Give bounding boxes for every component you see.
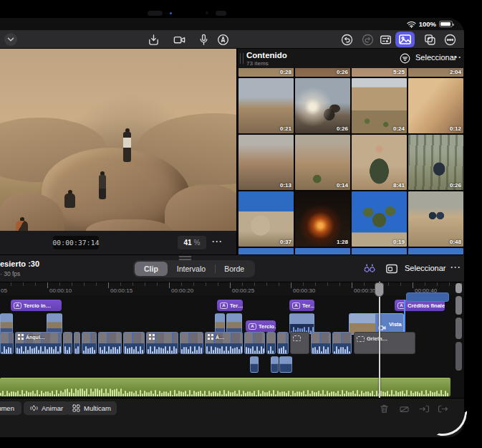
scrollbar-thumb[interactable] [456, 318, 462, 339]
media-thumbnail[interactable]: 0:26 [408, 135, 463, 190]
panel-drag-handle[interactable] [240, 53, 244, 64]
mic-button[interactable] [196, 32, 211, 47]
media-thumbnail[interactable] [238, 248, 294, 254]
disabled-clip[interactable] [290, 332, 309, 354]
pip-icon[interactable] [385, 262, 399, 276]
razor-icon[interactable] [398, 403, 410, 415]
storyline-clip[interactable] [277, 332, 289, 354]
storyline-clip[interactable]: Á… [205, 332, 243, 354]
storyline-clip[interactable] [63, 332, 72, 354]
connected-clip[interactable] [226, 313, 242, 334]
camera-button[interactable] [172, 32, 186, 47]
playhead-handle[interactable] [375, 282, 384, 297]
media-thumbnail[interactable]: 8:41 [352, 135, 407, 190]
media-thumbnail[interactable]: 0:28 [238, 68, 294, 77]
browser-select-button[interactable]: Seleccionar [415, 53, 456, 62]
connected-clip[interactable] [289, 313, 314, 334]
storyline-clip[interactable] [123, 332, 145, 354]
storyline-clip[interactable] [332, 332, 352, 354]
storyline-clip[interactable] [98, 332, 122, 354]
connected-clip-below[interactable] [279, 356, 292, 373]
media-thumbnail[interactable]: 5:25 [352, 68, 407, 77]
zoom-control[interactable]: 41 % [178, 236, 206, 249]
zoom-value: 41 [183, 239, 191, 247]
title-clip[interactable]: ATercio in… [11, 300, 62, 311]
button-animar[interactable]: Animar [24, 401, 69, 415]
redo-button[interactable] [360, 32, 375, 47]
media-thumbnail[interactable] [408, 248, 463, 254]
media-thumbnail[interactable]: 2:04 [408, 68, 463, 77]
connected-clip-below[interactable] [271, 356, 279, 373]
segment-intervalo[interactable]: Intervalo [168, 262, 215, 276]
more-button[interactable] [443, 32, 457, 47]
storyline-clip[interactable] [266, 332, 276, 354]
connect-icon[interactable] [362, 262, 377, 276]
media-thumbnail[interactable] [352, 248, 407, 254]
timeline-more-button[interactable]: ··· [450, 262, 461, 272]
timeline-select-button[interactable]: Seleccionar [405, 264, 445, 272]
ruler-tick [120, 282, 121, 286]
title-clip[interactable]: ATer… [289, 300, 314, 311]
media-thumbnail[interactable]: 0:14 [295, 135, 350, 190]
connected-clip[interactable] [47, 313, 62, 334]
music-clip[interactable] [0, 378, 450, 396]
overlay-clip[interactable] [406, 292, 449, 302]
filter-icon[interactable] [399, 52, 411, 65]
button-lumen[interactable]: lumen [0, 401, 21, 415]
multicam-badge-icon [149, 334, 155, 340]
media-thumbnail[interactable]: 0:26 [295, 68, 350, 77]
media-thumbnail[interactable]: 0:37 [238, 191, 294, 247]
connected-clip[interactable] [0, 313, 13, 334]
segment-borde[interactable]: Borde [215, 262, 254, 276]
timeline-ruler[interactable]: 0500:00:1000:00:1500:00:2000:00:2500:00:… [0, 282, 464, 295]
media-thumbnail[interactable]: 0:21 [238, 78, 294, 133]
storyline-clip[interactable] [74, 332, 80, 354]
disabled-clip[interactable]: Grieta… [354, 332, 415, 354]
chevron-down-button[interactable] [4, 33, 17, 46]
media-browser-button[interactable] [395, 32, 415, 47]
scrollbar-thumb[interactable] [456, 283, 462, 293]
music-waveform [0, 388, 450, 396]
zoom-unit: % [194, 239, 201, 247]
storyline-clip[interactable] [180, 332, 203, 354]
media-thumbnail[interactable]: 0:19 [352, 191, 407, 247]
multicam-icon [72, 404, 81, 413]
media-thumbnail[interactable]: 0:12 [408, 78, 463, 133]
button-multicam[interactable]: Multicam [66, 401, 117, 415]
import-button[interactable] [146, 32, 160, 47]
scrollbar-thumb[interactable] [456, 342, 462, 371]
timecode-display[interactable]: 00:00:37:14 [53, 236, 99, 249]
media-thumbnail[interactable]: 1:28 [295, 191, 350, 247]
video-preview[interactable] [0, 49, 236, 231]
media-thumbnail[interactable]: 0:48 [408, 191, 463, 247]
camera-indicator-dot [170, 12, 172, 14]
storyline-clip[interactable] [0, 332, 14, 354]
storyline-clip[interactable] [244, 332, 265, 354]
media-thumbnail[interactable]: 0:26 [295, 78, 350, 133]
title-clip[interactable]: ATercio… [246, 320, 276, 332]
viewer-more-button[interactable]: ··· [212, 237, 223, 247]
segment-clip[interactable]: Clip [135, 262, 168, 276]
effects-button[interactable] [423, 32, 437, 47]
storyline-clip[interactable] [146, 332, 178, 354]
connected-clip-below[interactable] [250, 356, 259, 373]
undo-button[interactable] [339, 32, 354, 47]
insert-icon[interactable] [418, 403, 430, 415]
ruler-tick [364, 282, 365, 286]
browser-item-count: 73 ítems [246, 60, 269, 67]
media-thumbnail[interactable]: 0:24 [352, 78, 407, 133]
title-clip[interactable]: ATer… [217, 300, 243, 311]
battery-percent: 100% [419, 20, 436, 28]
scrollbar-thumb[interactable] [456, 296, 462, 315]
storyline-clip[interactable]: Ángul… [15, 332, 62, 354]
trash-icon[interactable] [378, 403, 390, 415]
media-thumbnail[interactable]: 0:13 [238, 135, 294, 190]
media-thumbnail[interactable] [295, 248, 350, 254]
person-crouching [16, 221, 28, 231]
inspector-button[interactable] [378, 32, 392, 47]
browser-more-button[interactable]: ··· [451, 52, 462, 62]
storyline-clip[interactable] [82, 332, 97, 354]
connected-clip[interactable] [215, 313, 225, 334]
pencil-button[interactable] [216, 32, 230, 47]
storyline-clip[interactable] [311, 332, 331, 354]
